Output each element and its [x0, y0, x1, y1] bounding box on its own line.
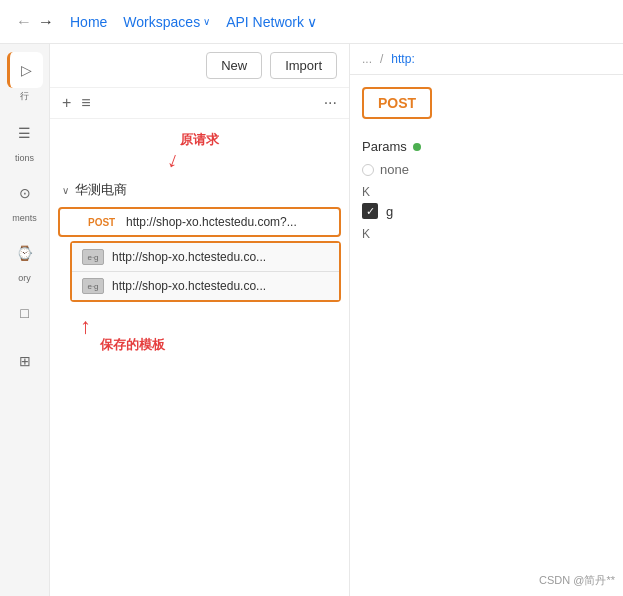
annotation-template-arrow: ↓ — [80, 316, 91, 342]
template-url-1: http://shop-xo.hctestedu.co... — [112, 250, 266, 264]
key-row-1: ✓ g — [362, 203, 611, 219]
request-url-text: http://shop-xo.hctestedu.com?... — [126, 215, 327, 229]
sidebar-run-label: 行 — [20, 90, 29, 103]
back-arrow[interactable]: ← — [16, 13, 32, 31]
sidebar-collections-label: tions — [15, 153, 34, 163]
annotation-original-arrow: ↓ — [164, 146, 183, 174]
main-layout: ▷ 行 ☰ tions ⊙ ments ⌚ ory □ — [0, 44, 623, 596]
collection-header: New Import — [50, 44, 349, 88]
params-status-dot — [413, 143, 421, 151]
filter-icon[interactable]: ≡ — [81, 94, 90, 112]
template-container: e·g http://shop-xo.hctestedu.co... e·g h… — [70, 241, 341, 302]
main-request-item[interactable]: POST http://shop-xo.hctestedu.com?... — [58, 207, 341, 237]
right-panel: ... / http: POST Params none K — [350, 44, 623, 596]
method-post-button[interactable]: POST — [362, 87, 432, 119]
template-icon-2: e·g — [82, 278, 104, 294]
template-url-2: http://shop-xo.hctestedu.co... — [112, 279, 266, 293]
extra1-icon: □ — [20, 305, 28, 321]
new-button[interactable]: New — [206, 52, 262, 79]
annotation-original: 原请求 ↓ — [50, 127, 349, 177]
annotation-template: ↓ 保存的模板 — [70, 306, 349, 366]
group-name: 华测电商 — [75, 181, 127, 199]
right-content: POST Params none K ✓ g K — [350, 75, 623, 596]
collection-tree: 原请求 ↓ ∨ 华测电商 POST http://shop-xo.hcteste… — [50, 119, 349, 596]
checkmark-icon: ✓ — [366, 205, 375, 218]
sidebar-item-run[interactable]: ▷ 行 — [0, 52, 49, 103]
template-item-2[interactable]: e·g http://shop-xo.hctestedu.co... — [72, 272, 339, 300]
params-label: Params — [362, 139, 611, 154]
template-item-1[interactable]: e·g http://shop-xo.hctestedu.co... — [72, 243, 339, 272]
nav-workspaces[interactable]: Workspaces ∨ — [123, 14, 210, 30]
sidebar-environments-label: ments — [12, 213, 37, 223]
collection-panel: New Import + ≡ ··· 原请求 ↓ ∨ 华测电商 — [50, 44, 350, 596]
template-icon-1: e·g — [82, 249, 104, 265]
key-column-header: K — [362, 185, 611, 199]
left-sidebar: ▷ 行 ☰ tions ⊙ ments ⌚ ory □ — [0, 44, 50, 596]
api-network-chevron-icon: ∨ — [307, 14, 317, 30]
nav-api-network[interactable]: API Network ∨ — [226, 14, 317, 30]
sidebar-item-environments[interactable]: ⊙ ments — [0, 175, 49, 223]
row1-checkbox[interactable]: ✓ — [362, 203, 378, 219]
sidebar-item-history[interactable]: ⌚ ory — [0, 235, 49, 283]
forward-arrow[interactable]: → — [38, 13, 54, 31]
row1-key-value: g — [386, 204, 393, 219]
params-section: Params none K ✓ g K — [362, 139, 611, 241]
nav-home[interactable]: Home — [70, 14, 107, 30]
nav-arrows: ← → — [16, 13, 54, 31]
more-options-icon[interactable]: ··· — [324, 94, 337, 112]
environments-icon: ⊙ — [19, 185, 31, 201]
sidebar-item-collections[interactable]: ☰ tions — [0, 115, 49, 163]
breadcrumb-dots: ... — [362, 52, 372, 66]
collection-toolbar: + ≡ ··· — [50, 88, 349, 119]
workspaces-chevron-icon: ∨ — [203, 16, 210, 27]
group-chevron-icon: ∨ — [62, 185, 69, 196]
extra2-icon: ⊞ — [19, 353, 31, 369]
collection-group: ∨ 华测电商 POST http://shop-xo.hctestedu.com… — [50, 177, 349, 366]
collections-icon: ☰ — [18, 125, 31, 141]
annotation-original-text: 原请求 — [180, 131, 219, 149]
breadcrumb-url[interactable]: http: — [391, 52, 414, 66]
history-icon: ⌚ — [16, 245, 33, 261]
none-option[interactable]: none — [362, 162, 611, 177]
annotation-template-text: 保存的模板 — [100, 336, 165, 354]
sidebar-item-extra2[interactable]: ⊞ — [0, 343, 49, 379]
run-icon: ▷ — [21, 62, 32, 78]
nav-bar: ← → Home Workspaces ∨ API Network ∨ — [0, 0, 623, 44]
none-label: none — [380, 162, 409, 177]
collection-group-header[interactable]: ∨ 华测电商 — [50, 177, 349, 203]
none-radio[interactable] — [362, 164, 374, 176]
request-method-badge: POST — [88, 217, 118, 228]
right-header: ... / http: — [350, 44, 623, 75]
breadcrumb-separator: / — [380, 52, 383, 66]
watermark: CSDN @简丹** — [539, 573, 615, 588]
add-collection-icon[interactable]: + — [62, 94, 71, 112]
sidebar-history-label: ory — [18, 273, 31, 283]
sidebar-item-extra1[interactable]: □ — [0, 295, 49, 331]
import-button[interactable]: Import — [270, 52, 337, 79]
key-row-2-header: K — [362, 227, 611, 241]
